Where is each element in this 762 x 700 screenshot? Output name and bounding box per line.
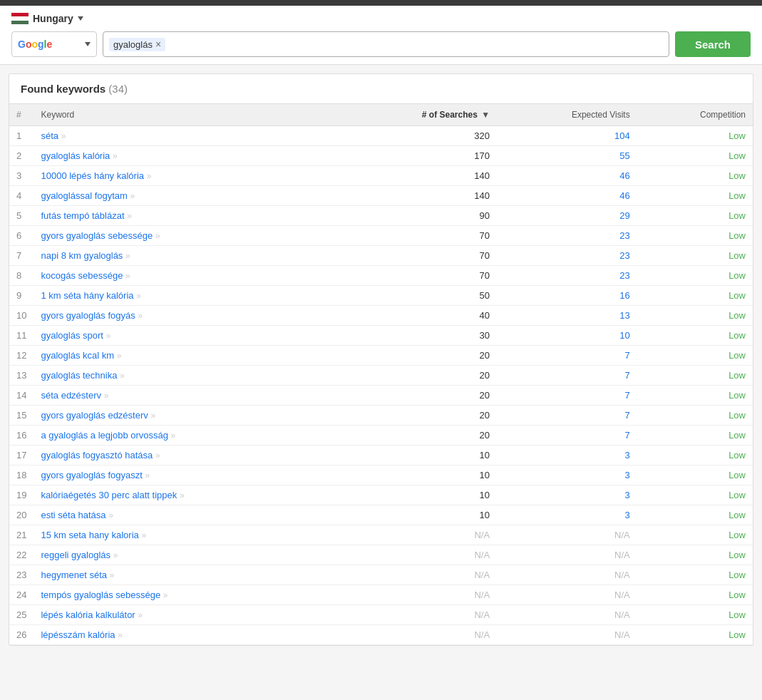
keyword-link[interactable]: gyaloglással fogytam (41, 190, 127, 201)
row-arrows: » (118, 630, 123, 640)
country-chevron-icon (78, 16, 83, 21)
row-keyword: gyaloglással fogytam » (34, 186, 338, 206)
keyword-link[interactable]: kalóriaégetés 30 perc alatt tippek (41, 490, 177, 500)
row-num: 10 (9, 306, 34, 326)
row-searches: 320 (338, 126, 497, 146)
row-visits: 3 (497, 505, 637, 525)
row-competition: Low (637, 605, 753, 625)
row-num: 3 (9, 166, 34, 186)
row-visits: 7 (497, 386, 637, 406)
row-visits: 55 (497, 146, 637, 166)
keyword-link[interactable]: séta edzésterv (41, 390, 101, 401)
table-row: 25 lépés kalória kalkulátor » N/A N/A Lo… (9, 605, 753, 625)
row-num: 15 (9, 406, 34, 426)
table-row: 21 15 km seta hany kaloria » N/A N/A Low (9, 525, 753, 545)
row-competition: Low (637, 525, 753, 545)
row-num: 20 (9, 505, 34, 525)
keyword-link[interactable]: lépésszám kalória (41, 629, 115, 640)
row-competition: Low (637, 266, 753, 286)
keyword-link[interactable]: a gyaloglás a legjobb orvosság (41, 430, 168, 441)
row-visits: 23 (497, 266, 637, 286)
row-keyword: gyaloglás kcal km » (34, 346, 338, 366)
keyword-link[interactable]: gyaloglás kalória (41, 150, 110, 161)
table-row: 8 kocogás sebessége » 70 23 Low (9, 266, 753, 286)
row-searches: 20 (338, 386, 497, 406)
keyword-link[interactable]: 1 km séta hány kalória (41, 290, 133, 301)
col-header-visits: Expected Visits (497, 104, 637, 126)
table-row: 4 gyaloglással fogytam » 140 46 Low (9, 186, 753, 206)
country-selector[interactable]: Hungary (11, 13, 751, 24)
keyword-link[interactable]: 15 km seta hany kaloria (41, 530, 138, 540)
row-keyword: a gyaloglás a legjobb orvosság » (34, 426, 338, 446)
row-visits: N/A (497, 525, 637, 545)
keyword-link[interactable]: gyors gyaloglás fogyás (41, 310, 135, 321)
keyword-link[interactable]: gyaloglás sport (41, 330, 103, 341)
table-row: 18 gyors gyaloglás fogyaszt » 10 3 Low (9, 465, 753, 485)
row-num: 1 (9, 126, 34, 146)
row-arrows: » (138, 610, 143, 620)
keyword-link[interactable]: gyors gyaloglás fogyaszt (41, 470, 142, 480)
keyword-link[interactable]: gyaloglás fogyasztó hatása (41, 450, 153, 460)
tag-close-icon[interactable]: × (155, 39, 161, 49)
row-num: 25 (9, 605, 34, 625)
keyword-link[interactable]: séta (41, 130, 58, 141)
row-searches: 70 (338, 266, 497, 286)
table-row: 19 kalóriaégetés 30 perc alatt tippek » … (9, 485, 753, 505)
keyword-link[interactable]: 10000 lépés hány kalória (41, 170, 144, 181)
row-arrows: » (104, 391, 109, 401)
row-keyword: lépés kalória kalkulátor » (34, 605, 338, 625)
row-competition: Low (637, 485, 753, 505)
row-arrows: » (117, 351, 122, 361)
keyword-link[interactable]: hegymenet séta (41, 570, 107, 580)
row-arrows: » (147, 171, 152, 181)
row-competition: Low (637, 166, 753, 186)
row-keyword: gyors gyaloglás fogyaszt » (34, 465, 338, 485)
row-competition: Low (637, 545, 753, 565)
row-searches: 20 (338, 346, 497, 366)
search-input-container[interactable]: gyaloglás × (103, 31, 669, 57)
google-logo: Google (18, 38, 52, 50)
row-arrows: » (141, 530, 146, 540)
keyword-link[interactable]: gyors gyaloglás edzésterv (41, 410, 148, 421)
table-row: 14 séta edzésterv » 20 7 Low (9, 386, 753, 406)
keyword-link[interactable]: lépés kalória kalkulátor (41, 609, 135, 620)
row-searches: 20 (338, 406, 497, 426)
row-searches: 70 (338, 226, 497, 246)
row-arrows: » (110, 570, 115, 580)
keyword-link[interactable]: futás tempó táblázat (41, 210, 124, 221)
row-keyword: séta edzésterv » (34, 386, 338, 406)
country-name: Hungary (33, 13, 73, 24)
row-competition: Low (637, 426, 753, 446)
row-visits: 7 (497, 346, 637, 366)
keyword-link[interactable]: esti séta hatása (41, 510, 105, 520)
table-row: 20 esti séta hatása » 10 3 Low (9, 505, 753, 525)
row-competition: Low (637, 465, 753, 485)
keyword-link[interactable]: napi 8 km gyaloglás (41, 250, 123, 261)
row-visits: 3 (497, 485, 637, 505)
row-num: 12 (9, 346, 34, 366)
hungary-flag (11, 13, 29, 24)
row-num: 6 (9, 226, 34, 246)
row-visits: 23 (497, 246, 637, 266)
row-keyword: gyors gyaloglás sebessége » (34, 226, 338, 246)
keyword-link[interactable]: kocogás sebessége (41, 270, 123, 281)
col-header-searches[interactable]: # of Searches ▼ (338, 104, 497, 126)
keyword-link[interactable]: tempós gyaloglás sebessége (41, 590, 160, 600)
row-visits: 23 (497, 226, 637, 246)
keyword-link[interactable]: gyaloglás kcal km (41, 350, 114, 361)
keyword-link[interactable]: gyaloglás technika (41, 370, 117, 381)
main-content: Found keywords (34) # Keyword # of Searc… (9, 73, 753, 646)
row-searches: 10 (338, 485, 497, 505)
row-searches: 50 (338, 286, 497, 306)
keyword-link[interactable]: gyors gyaloglás sebessége (41, 230, 153, 241)
row-competition: Low (637, 326, 753, 346)
table-row: 12 gyaloglás kcal km » 20 7 Low (9, 346, 753, 366)
row-searches: 140 (338, 186, 497, 206)
keyword-link[interactable]: reggeli gyaloglás (41, 550, 110, 560)
row-arrows: » (127, 211, 132, 221)
row-searches: 10 (338, 446, 497, 465)
row-searches: 30 (338, 326, 497, 346)
search-button[interactable]: Search (675, 31, 751, 57)
engine-selector[interactable]: Google (11, 31, 97, 57)
row-keyword: gyaloglás kalória » (34, 146, 338, 166)
